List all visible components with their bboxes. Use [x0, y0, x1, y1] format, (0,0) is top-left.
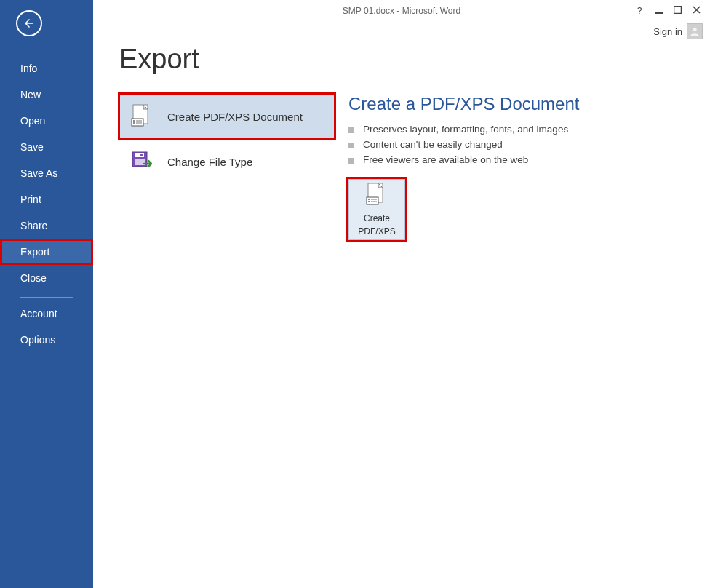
minimize-icon [655, 6, 663, 14]
bullet-item: Content can't be easily changed [348, 137, 684, 152]
svg-point-2 [693, 28, 696, 31]
help-button[interactable]: ? [634, 6, 645, 16]
button-label-line2: PDF/XPS [358, 226, 395, 237]
person-icon [689, 25, 701, 37]
close-icon [693, 6, 701, 14]
svg-rect-20 [371, 201, 377, 202]
button-label-line1: Create [364, 213, 390, 223]
option-label: Create PDF/XPS Document [167, 111, 303, 123]
nav-account[interactable]: Account [0, 301, 93, 327]
arrow-left-icon [23, 17, 36, 30]
svg-rect-12 [140, 154, 143, 156]
sign-in-label: Sign in [653, 26, 682, 37]
maximize-icon [674, 6, 682, 14]
pdf-document-icon [129, 104, 154, 129]
nav-close[interactable]: Close [0, 265, 93, 291]
nav-save-as[interactable]: Save As [0, 160, 93, 186]
maximize-button[interactable] [672, 6, 682, 16]
svg-rect-7 [133, 122, 135, 124]
nav-info[interactable]: Info [0, 55, 93, 82]
main-panel: SMP 01.docx - Microsoft Word ? Sign in [93, 0, 710, 588]
backstage-sidebar: Info New Open Save Save As Print Share E… [0, 0, 93, 588]
nav-separator [20, 297, 73, 298]
option-label: Change File Type [167, 156, 252, 168]
nav-save[interactable]: Save [0, 134, 93, 160]
svg-rect-13 [135, 159, 145, 165]
nav-options[interactable]: Options [0, 327, 93, 353]
floppy-convert-icon [129, 149, 154, 174]
bullet-item: Preserves layout, formatting, fonts, and… [348, 122, 684, 137]
svg-rect-8 [136, 120, 142, 122]
svg-rect-1 [674, 7, 681, 14]
export-detail-column: Create a PDF/XPS Document Preserves layo… [335, 94, 684, 531]
detail-bullets: Preserves layout, formatting, fonts, and… [348, 122, 684, 167]
bullet-item: Free viewers are available on the web [348, 152, 684, 167]
svg-rect-11 [135, 153, 144, 157]
nav-export[interactable]: Export [0, 239, 93, 265]
nav-print[interactable]: Print [0, 186, 93, 212]
svg-rect-19 [371, 199, 377, 200]
svg-rect-17 [368, 199, 370, 200]
minimize-button[interactable] [653, 6, 663, 16]
detail-title: Create a PDF/XPS Document [348, 94, 684, 114]
option-create-pdf-xps[interactable]: Create PDF/XPS Document [119, 94, 335, 139]
sign-in-link[interactable]: Sign in [653, 23, 703, 39]
svg-rect-0 [655, 12, 663, 14]
create-pdf-xps-button[interactable]: Create PDF/XPS [348, 179, 405, 240]
svg-rect-18 [368, 201, 370, 202]
title-bar: SMP 01.docx - Microsoft Word ? [93, 0, 710, 22]
window-title: SMP 01.docx - Microsoft Word [93, 6, 710, 16]
pdf-document-icon [366, 183, 388, 210]
close-button[interactable] [691, 6, 701, 16]
page-title: Export [119, 44, 684, 75]
option-change-file-type[interactable]: Change File Type [119, 139, 335, 184]
nav-new[interactable]: New [0, 82, 93, 108]
back-button[interactable] [16, 10, 42, 36]
nav-share[interactable]: Share [0, 212, 93, 239]
user-avatar [687, 23, 703, 39]
nav-open[interactable]: Open [0, 108, 93, 134]
svg-rect-9 [136, 122, 142, 124]
export-options-column: Create PDF/XPS Document Change File Type [119, 94, 335, 531]
svg-rect-6 [133, 120, 135, 122]
